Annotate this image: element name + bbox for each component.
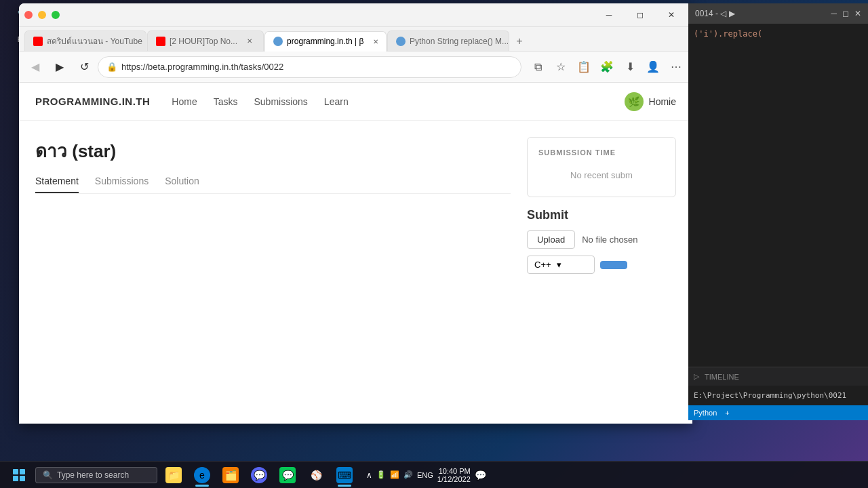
maximize-traffic-light[interactable]	[52, 11, 60, 19]
browser-tab-4[interactable]: Python String replace() M... ✕	[387, 30, 509, 51]
tab-label-4: Python String replace() M...	[410, 37, 509, 46]
vscode-icon: ⌨	[336, 467, 353, 483]
tab-close-2[interactable]: ✕	[244, 36, 255, 47]
discord-icon: 💬	[251, 467, 267, 483]
tab-favicon-3	[273, 37, 283, 46]
right-sidebar: SUBMISSION TIME No recent subm Submit Up…	[527, 137, 676, 424]
nav-home[interactable]: Home	[172, 96, 197, 107]
tab-favicon-1	[33, 37, 43, 46]
submit-button[interactable]	[600, 261, 627, 269]
taskbar-vscode[interactable]: ⌨	[331, 462, 358, 488]
system-tray: ∧ 🔋 📶 🔊 ENG 10:40 PM 1/12/2022 💬	[361, 467, 492, 483]
tab-close-3[interactable]: ✕	[370, 36, 381, 47]
tab-label-2: [2 HOUR]Top No...	[170, 37, 237, 46]
taskbar-pinned-apps: 📁 e 🗂️ 💬 💬 ⚾ ⌨	[160, 462, 358, 488]
nav-links: Home Tasks Submissions Learn	[172, 96, 348, 107]
tray-icons[interactable]: ∧	[366, 470, 372, 480]
vscode-terminal-path: E:\Project\Programming\python\0021	[694, 391, 846, 400]
vscode-title: 0014 - ◁ ▶	[695, 9, 735, 18]
upload-row: Upload No file chosen	[527, 230, 676, 249]
language-indicator[interactable]: ENG	[417, 471, 433, 479]
sub-tab-statement[interactable]: Statement	[35, 176, 79, 193]
vscode-bottom-bar: ▷ TIMELINE E:\Project\Programming\python…	[688, 367, 868, 420]
site-brand: PROGRAMMING.IN.TH	[35, 96, 150, 107]
vscode-plus-icon: +	[725, 409, 729, 417]
restore-button[interactable]: ◻	[625, 3, 656, 27]
language-label: C++	[534, 260, 551, 270]
vscode-minimize[interactable]: ─	[831, 9, 837, 18]
vscode-close[interactable]: ✕	[854, 9, 861, 18]
browser-tab-3[interactable]: programming.in.th | β ✕	[264, 31, 387, 52]
close-traffic-light[interactable]	[24, 11, 33, 19]
vscode-maximize[interactable]: ◻	[842, 9, 849, 18]
taskbar-edge[interactable]: e	[189, 462, 216, 488]
split-screen-icon[interactable]: ⧉	[527, 56, 549, 78]
forward-button[interactable]: ▶	[49, 56, 71, 78]
nav-submissions[interactable]: Submissions	[254, 96, 307, 107]
file-explorer-icon: 📁	[165, 467, 182, 483]
page-body: ดาว (star) Statement Submissions Solutio…	[19, 121, 692, 424]
sub-tabs: Statement Submissions Solution	[35, 176, 511, 194]
refresh-button[interactable]: ↺	[73, 56, 95, 78]
battery-icon: 🔋	[376, 470, 386, 479]
url-bar[interactable]: 🔒 https://beta.programming.in.th/tasks/0…	[98, 56, 521, 78]
submission-time-title: SUBMISSION TIME	[538, 148, 665, 157]
nav-user: 🌿 Homie	[625, 92, 676, 111]
taskbar-discord[interactable]: 💬	[245, 462, 273, 488]
taskbar: 🔍 Type here to search 📁 e 🗂️ 💬 💬 ⚾	[0, 461, 868, 488]
vscode-status-bar: Python +	[688, 405, 868, 420]
notification-icon[interactable]: 💬	[475, 470, 486, 481]
vscode-python-label: Python	[694, 409, 717, 417]
window-controls: ─ ◻ ✕	[593, 3, 687, 27]
user-avatar: 🌿	[625, 92, 644, 111]
network-icon: 📶	[390, 470, 399, 479]
tab-label-1: สคริปต์แนวนอน - YouTube	[47, 35, 142, 47]
page-title: ดาว (star)	[35, 137, 511, 165]
downloads-icon[interactable]: ⬇	[619, 56, 641, 78]
language-select[interactable]: C++ ▾	[527, 256, 595, 274]
clock-time: 10:40 PM	[439, 467, 471, 475]
start-button[interactable]	[5, 462, 33, 488]
tab-label-3: programming.in.th | β	[287, 37, 363, 46]
taskbar-search[interactable]: 🔍 Type here to search	[35, 467, 157, 483]
windows-logo-icon	[11, 467, 27, 483]
close-button[interactable]: ✕	[656, 3, 687, 27]
taskbar-line[interactable]: 💬	[274, 462, 301, 488]
vscode-terminal-icon: ▷	[694, 372, 699, 381]
taskbar-file-explorer[interactable]: 📁	[160, 462, 187, 488]
toolbar-icons: ⧉ ☆ 📋 🧩 ⬇ 👤 ⋯	[527, 56, 687, 78]
back-button[interactable]: ◀	[24, 56, 46, 78]
nav-tasks[interactable]: Tasks	[214, 96, 238, 107]
sub-tab-submissions[interactable]: Submissions	[95, 176, 149, 193]
vscode-terminal-bar: ▷ TIMELINE	[688, 367, 868, 386]
nav-learn[interactable]: Learn	[324, 96, 349, 107]
browser-window: ─ ◻ ✕ สคริปต์แนวนอน - YouTube ✕ [2 HOUR]…	[19, 3, 692, 424]
volume-icon[interactable]: 🔊	[403, 470, 413, 479]
collections-icon[interactable]: 📋	[573, 56, 595, 78]
vscode-terminal: E:\Project\Programming\python\0021	[688, 386, 868, 405]
submit-heading: Submit	[527, 208, 676, 222]
browser-tab-2[interactable]: [2 HOUR]Top No... ✕	[147, 30, 264, 51]
new-tab-button[interactable]: +	[510, 32, 529, 51]
more-icon[interactable]: ⋯	[665, 56, 687, 78]
title-bar: ─ ◻ ✕	[19, 3, 692, 27]
url-text: https://beta.programming.in.th/tasks/002…	[121, 62, 513, 72]
extensions-icon[interactable]: 🧩	[596, 56, 618, 78]
minimize-traffic-light[interactable]	[38, 11, 46, 19]
taskbar-clock[interactable]: 10:40 PM 1/12/2022	[437, 467, 471, 483]
desktop: 🗑️ Rec... 📁 ─ ◻ ✕ สคริปต์แนวนอน - YouT	[0, 0, 868, 488]
minimize-button[interactable]: ─	[593, 3, 625, 27]
tab-favicon-4	[396, 37, 406, 46]
upload-button[interactable]: Upload	[527, 230, 575, 249]
vscode-code-area: ('i').replace(	[688, 24, 868, 44]
vscode-code-line: ('i').replace(	[694, 29, 762, 39]
profile-icon[interactable]: 👤	[642, 56, 664, 78]
favorites-icon[interactable]: ☆	[550, 56, 572, 78]
sub-tab-solution[interactable]: Solution	[165, 176, 199, 193]
browser-tab-1[interactable]: สคริปต์แนวนอน - YouTube ✕	[24, 30, 146, 51]
edge-icon: e	[194, 467, 210, 483]
line-icon: 💬	[279, 467, 296, 483]
taskbar-settings[interactable]: 🗂️	[217, 462, 244, 488]
vscode-titlebar: 0014 - ◁ ▶ ─ ◻ ✕	[688, 3, 868, 24]
taskbar-pokémon[interactable]: ⚾	[302, 462, 330, 488]
